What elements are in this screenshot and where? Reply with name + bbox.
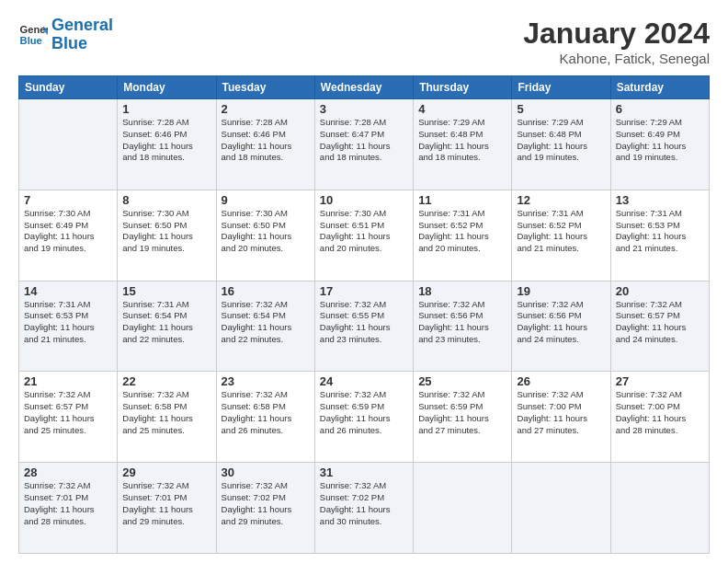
title-block: January 2024 Kahone, Fatick, Senegal <box>523 17 710 66</box>
logo-general: General <box>51 16 113 34</box>
col-saturday: Saturday <box>610 76 709 99</box>
logo: General Blue General Blue <box>18 17 113 53</box>
col-wednesday: Wednesday <box>314 76 413 99</box>
day-number: 13 <box>616 193 704 207</box>
day-number: 8 <box>122 193 210 207</box>
day-info: Sunrise: 7:29 AM Sunset: 6:48 PM Dayligh… <box>517 117 605 164</box>
table-row: 29Sunrise: 7:32 AM Sunset: 7:01 PM Dayli… <box>118 463 216 554</box>
day-info: Sunrise: 7:32 AM Sunset: 7:01 PM Dayligh… <box>122 480 210 527</box>
day-number: 19 <box>517 284 605 298</box>
table-row: 5Sunrise: 7:29 AM Sunset: 6:48 PM Daylig… <box>512 99 610 190</box>
day-info: Sunrise: 7:32 AM Sunset: 6:59 PM Dayligh… <box>418 389 506 436</box>
day-info: Sunrise: 7:31 AM Sunset: 6:52 PM Dayligh… <box>517 208 605 255</box>
table-row: 10Sunrise: 7:30 AM Sunset: 6:51 PM Dayli… <box>314 190 413 281</box>
day-info: Sunrise: 7:32 AM Sunset: 6:54 PM Dayligh… <box>222 299 310 346</box>
table-row: 27Sunrise: 7:32 AM Sunset: 7:00 PM Dayli… <box>610 372 709 463</box>
table-row: 7Sunrise: 7:30 AM Sunset: 6:49 PM Daylig… <box>19 190 118 281</box>
table-row: 20Sunrise: 7:32 AM Sunset: 6:57 PM Dayli… <box>610 281 709 372</box>
table-row: 2Sunrise: 7:28 AM Sunset: 6:46 PM Daylig… <box>216 99 314 190</box>
calendar-week-row: 7Sunrise: 7:30 AM Sunset: 6:49 PM Daylig… <box>19 190 710 281</box>
day-info: Sunrise: 7:30 AM Sunset: 6:50 PM Dayligh… <box>222 208 310 255</box>
table-row: 3Sunrise: 7:28 AM Sunset: 6:47 PM Daylig… <box>314 99 413 190</box>
day-number: 23 <box>222 374 310 388</box>
table-row: 23Sunrise: 7:32 AM Sunset: 6:58 PM Dayli… <box>216 372 314 463</box>
day-number: 7 <box>24 193 112 207</box>
day-info: Sunrise: 7:32 AM Sunset: 7:00 PM Dayligh… <box>616 389 704 436</box>
day-info: Sunrise: 7:28 AM Sunset: 6:46 PM Dayligh… <box>122 117 210 164</box>
day-number: 21 <box>24 374 112 388</box>
day-number: 26 <box>517 374 605 388</box>
day-number: 17 <box>320 284 408 298</box>
day-info: Sunrise: 7:32 AM Sunset: 6:56 PM Dayligh… <box>418 299 506 346</box>
logo-text: General Blue <box>51 17 113 53</box>
table-row: 16Sunrise: 7:32 AM Sunset: 6:54 PM Dayli… <box>216 281 314 372</box>
table-row: 11Sunrise: 7:31 AM Sunset: 6:52 PM Dayli… <box>414 190 512 281</box>
table-row <box>512 463 610 554</box>
table-row: 24Sunrise: 7:32 AM Sunset: 6:59 PM Dayli… <box>314 372 413 463</box>
table-row: 8Sunrise: 7:30 AM Sunset: 6:50 PM Daylig… <box>118 190 216 281</box>
table-row: 4Sunrise: 7:29 AM Sunset: 6:48 PM Daylig… <box>414 99 512 190</box>
day-info: Sunrise: 7:31 AM Sunset: 6:53 PM Dayligh… <box>24 299 112 346</box>
day-info: Sunrise: 7:31 AM Sunset: 6:52 PM Dayligh… <box>418 208 506 255</box>
table-row: 12Sunrise: 7:31 AM Sunset: 6:52 PM Dayli… <box>512 190 610 281</box>
day-number: 12 <box>517 193 605 207</box>
calendar-week-row: 21Sunrise: 7:32 AM Sunset: 6:57 PM Dayli… <box>19 372 710 463</box>
day-number: 11 <box>418 193 506 207</box>
table-row: 13Sunrise: 7:31 AM Sunset: 6:53 PM Dayli… <box>610 190 709 281</box>
table-row: 22Sunrise: 7:32 AM Sunset: 6:58 PM Dayli… <box>118 372 216 463</box>
col-monday: Monday <box>118 76 216 99</box>
day-info: Sunrise: 7:32 AM Sunset: 6:55 PM Dayligh… <box>320 299 408 346</box>
day-number: 22 <box>122 374 210 388</box>
title-location: Kahone, Fatick, Senegal <box>523 51 710 66</box>
col-tuesday: Tuesday <box>216 76 314 99</box>
table-row: 15Sunrise: 7:31 AM Sunset: 6:54 PM Dayli… <box>118 281 216 372</box>
table-row: 31Sunrise: 7:32 AM Sunset: 7:02 PM Dayli… <box>314 463 413 554</box>
day-number: 9 <box>222 193 310 207</box>
table-row: 30Sunrise: 7:32 AM Sunset: 7:02 PM Dayli… <box>216 463 314 554</box>
day-number: 4 <box>418 102 506 116</box>
day-info: Sunrise: 7:32 AM Sunset: 7:00 PM Dayligh… <box>517 389 605 436</box>
table-row <box>19 99 118 190</box>
day-info: Sunrise: 7:32 AM Sunset: 7:02 PM Dayligh… <box>222 480 310 527</box>
header: General Blue General Blue January 2024 K… <box>18 17 710 66</box>
calendar-week-row: 28Sunrise: 7:32 AM Sunset: 7:01 PM Dayli… <box>19 463 710 554</box>
title-month: January 2024 <box>523 17 710 51</box>
day-info: Sunrise: 7:32 AM Sunset: 6:59 PM Dayligh… <box>320 389 408 436</box>
day-number: 15 <box>122 284 210 298</box>
table-row: 25Sunrise: 7:32 AM Sunset: 6:59 PM Dayli… <box>414 372 512 463</box>
day-info: Sunrise: 7:29 AM Sunset: 6:49 PM Dayligh… <box>616 117 704 164</box>
table-row: 14Sunrise: 7:31 AM Sunset: 6:53 PM Dayli… <box>19 281 118 372</box>
col-thursday: Thursday <box>414 76 512 99</box>
day-info: Sunrise: 7:32 AM Sunset: 7:02 PM Dayligh… <box>320 480 408 527</box>
day-number: 27 <box>616 374 704 388</box>
svg-text:Blue: Blue <box>20 34 42 45</box>
col-friday: Friday <box>512 76 610 99</box>
day-info: Sunrise: 7:31 AM Sunset: 6:54 PM Dayligh… <box>122 299 210 346</box>
table-row: 1Sunrise: 7:28 AM Sunset: 6:46 PM Daylig… <box>118 99 216 190</box>
day-info: Sunrise: 7:32 AM Sunset: 6:58 PM Dayligh… <box>222 389 310 436</box>
day-info: Sunrise: 7:32 AM Sunset: 6:57 PM Dayligh… <box>24 389 112 436</box>
table-row: 19Sunrise: 7:32 AM Sunset: 6:56 PM Dayli… <box>512 281 610 372</box>
table-row: 26Sunrise: 7:32 AM Sunset: 7:00 PM Dayli… <box>512 372 610 463</box>
calendar-week-row: 14Sunrise: 7:31 AM Sunset: 6:53 PM Dayli… <box>19 281 710 372</box>
day-number: 30 <box>222 465 310 479</box>
day-number: 2 <box>222 102 310 116</box>
day-info: Sunrise: 7:30 AM Sunset: 6:50 PM Dayligh… <box>122 208 210 255</box>
day-number: 5 <box>517 102 605 116</box>
day-number: 31 <box>320 465 408 479</box>
day-number: 28 <box>24 465 112 479</box>
day-number: 29 <box>122 465 210 479</box>
day-number: 6 <box>616 102 704 116</box>
table-row <box>610 463 709 554</box>
table-row: 6Sunrise: 7:29 AM Sunset: 6:49 PM Daylig… <box>610 99 709 190</box>
day-number: 10 <box>320 193 408 207</box>
day-number: 14 <box>24 284 112 298</box>
day-info: Sunrise: 7:29 AM Sunset: 6:48 PM Dayligh… <box>418 117 506 164</box>
logo-icon: General Blue <box>18 20 48 50</box>
day-number: 25 <box>418 374 506 388</box>
logo-blue: Blue <box>51 34 87 52</box>
day-info: Sunrise: 7:30 AM Sunset: 6:51 PM Dayligh… <box>320 208 408 255</box>
calendar-table: Sunday Monday Tuesday Wednesday Thursday… <box>18 75 710 554</box>
day-info: Sunrise: 7:32 AM Sunset: 6:58 PM Dayligh… <box>122 389 210 436</box>
table-row: 17Sunrise: 7:32 AM Sunset: 6:55 PM Dayli… <box>314 281 413 372</box>
